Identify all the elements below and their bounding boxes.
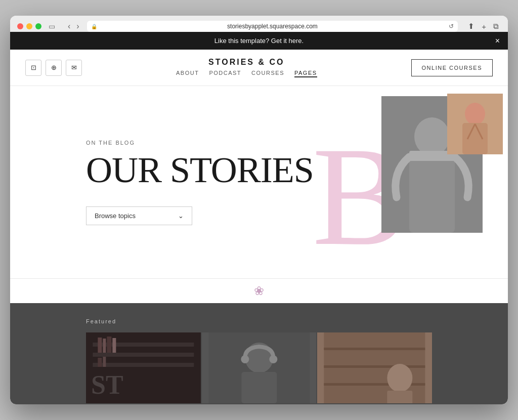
- nav-about[interactable]: ABOUT: [176, 70, 199, 77]
- instagram-icon: ⊡: [31, 64, 36, 71]
- nav-pages[interactable]: PAGES: [294, 70, 317, 77]
- featured-grid: ST: [86, 332, 432, 403]
- nav-podcast[interactable]: PODCAST: [209, 70, 241, 77]
- svg-rect-2: [462, 123, 488, 154]
- browse-topics-label: Browse topics: [95, 212, 136, 220]
- section-divider: ❀: [10, 278, 508, 303]
- svg-point-1: [465, 103, 485, 125]
- svg-point-23: [241, 355, 249, 363]
- featured-card-3[interactable]: [317, 332, 432, 403]
- browser-actions: ⬆ + ⧉: [466, 21, 501, 32]
- featured-section: Featured: [10, 303, 508, 404]
- online-courses-button[interactable]: ONLINE COURSES: [411, 59, 493, 76]
- hero-section: ON THE BLOG OUR STORIES Browse topics ⌄ …: [10, 86, 508, 278]
- share-button[interactable]: ⬆: [466, 21, 477, 32]
- svg-rect-28: [324, 348, 425, 350]
- back-button[interactable]: ‹: [65, 21, 73, 32]
- nav-courses[interactable]: COURSES: [251, 70, 284, 77]
- reload-icon[interactable]: ↺: [449, 23, 454, 30]
- pinterest-icon: ⊕: [51, 64, 57, 71]
- site-title: STORIES & CO: [176, 58, 317, 67]
- pinterest-button[interactable]: ⊕: [46, 60, 62, 76]
- svg-rect-13: [93, 353, 194, 357]
- instagram-button[interactable]: ⊡: [25, 60, 41, 76]
- featured-card-2[interactable]: [202, 332, 317, 403]
- address-bar[interactable]: [87, 21, 458, 32]
- hero-accent-photo: [447, 94, 503, 154]
- card-overlay-text: ST: [91, 372, 123, 398]
- header-social-icons: ⊡ ⊕ ✉: [25, 60, 82, 76]
- maximize-traffic-light[interactable]: [35, 23, 41, 29]
- lock-icon: 🔒: [91, 24, 97, 29]
- hero-left: ON THE BLOG OUR STORIES Browse topics ⌄: [86, 140, 314, 225]
- sidebar-toggle-button[interactable]: ▭: [47, 21, 57, 31]
- svg-point-31: [387, 364, 413, 392]
- svg-rect-19: [98, 358, 102, 367]
- hero-title: OUR STORIES: [86, 152, 314, 188]
- svg-rect-14: [93, 363, 194, 367]
- main-nav: ABOUT PODCAST COURSES PAGES: [176, 70, 317, 77]
- featured-label: Featured: [86, 318, 432, 324]
- header-right: ONLINE COURSES: [411, 59, 493, 76]
- svg-rect-15: [98, 338, 102, 353]
- svg-point-24: [269, 355, 277, 363]
- svg-rect-32: [387, 391, 413, 403]
- website-content: Like this template? Get it here. × ⊡ ⊕ ✉…: [10, 32, 508, 404]
- accent-photo-inner: [447, 94, 503, 154]
- notification-close-button[interactable]: ×: [495, 36, 500, 46]
- duplicate-button[interactable]: ⧉: [491, 21, 501, 32]
- blog-label: ON THE BLOG: [86, 140, 314, 146]
- svg-rect-16: [103, 339, 106, 353]
- header-center: STORIES & CO ABOUT PODCAST COURSES PAGES: [176, 58, 317, 77]
- nav-buttons: ‹ ›: [65, 21, 82, 32]
- email-button[interactable]: ✉: [66, 60, 82, 76]
- notification-banner: Like this template? Get it here. ×: [10, 32, 508, 50]
- flower-icon: ❀: [254, 284, 264, 298]
- minimize-traffic-light[interactable]: [26, 23, 32, 29]
- traffic-lights: [17, 23, 41, 29]
- browser-chrome: ▭ ‹ › 🔒 ↺ ⬆ + ⧉: [10, 16, 508, 32]
- svg-rect-29: [324, 365, 425, 368]
- email-icon: ✉: [71, 64, 77, 71]
- featured-card-1[interactable]: ST: [86, 332, 201, 403]
- close-traffic-light[interactable]: [17, 23, 23, 29]
- forward-button[interactable]: ›: [74, 21, 81, 32]
- svg-rect-18: [112, 338, 116, 353]
- dropdown-arrow-icon: ⌄: [178, 212, 184, 220]
- svg-rect-17: [107, 337, 111, 353]
- browser-window: ▭ ‹ › 🔒 ↺ ⬆ + ⧉ Like this template?: [10, 16, 508, 404]
- new-tab-button[interactable]: +: [480, 21, 488, 32]
- site-header: ⊡ ⊕ ✉ STORIES & CO ABOUT PODCAST COURSES…: [10, 50, 508, 86]
- notification-text: Like this template? Get it here.: [214, 37, 304, 45]
- svg-rect-20: [103, 357, 106, 367]
- svg-rect-25: [241, 372, 277, 403]
- address-bar-wrapper: 🔒 ↺: [87, 21, 458, 32]
- browse-topics-dropdown[interactable]: Browse topics ⌄: [86, 206, 192, 225]
